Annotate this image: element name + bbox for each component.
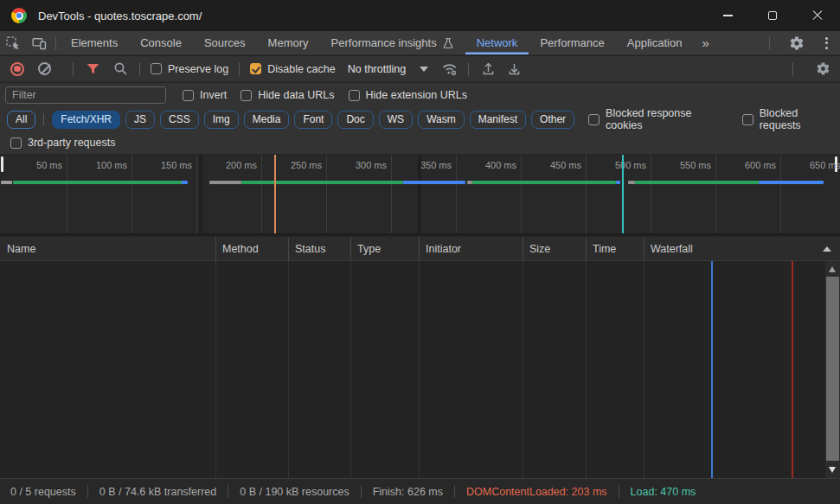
- header-column-separator[interactable]: [215, 237, 216, 260]
- tab-application[interactable]: Application: [616, 31, 694, 54]
- tab-elements[interactable]: Elements: [60, 31, 129, 54]
- tabbar-right-divider: [769, 36, 770, 50]
- transferred-size: 0 B / 74.6 kB transferred: [99, 486, 217, 498]
- body-column-separator: [586, 261, 587, 478]
- scroll-up-arrow[interactable]: [829, 266, 836, 272]
- maximize-button[interactable]: [750, 0, 795, 31]
- header-column-separator[interactable]: [586, 237, 587, 260]
- timeline-tick-label: 50 ms: [6, 160, 62, 170]
- throttling-select[interactable]: No throttling: [348, 63, 428, 75]
- network-conditions-button[interactable]: [440, 61, 458, 78]
- tab-console[interactable]: Console: [129, 31, 193, 54]
- devtools-tabbar: Elements Console Sources Memory Performa…: [0, 31, 840, 55]
- filter-row: Invert Hide data URLs Hide extension URL…: [0, 83, 840, 107]
- body-column-separator: [288, 261, 289, 478]
- chip-media[interactable]: Media: [244, 111, 290, 129]
- timeline-tick-label: 200 ms: [201, 160, 257, 170]
- search-button[interactable]: [112, 61, 129, 78]
- device-toolbar-button[interactable]: [26, 31, 52, 54]
- timeline-tick-label: 100 ms: [71, 160, 127, 170]
- close-button[interactable]: [795, 0, 840, 31]
- clear-network-log-button[interactable]: [38, 62, 51, 75]
- timeline-grid-line: [261, 155, 262, 233]
- devtools-settings-button[interactable]: [784, 35, 810, 51]
- header-column-separator[interactable]: [523, 237, 523, 260]
- inspect-element-button[interactable]: [0, 31, 26, 54]
- more-tabs-button[interactable]: »: [693, 31, 718, 54]
- requests-table-body[interactable]: [0, 261, 840, 478]
- chip-fetch-xhr[interactable]: Fetch/XHR: [52, 111, 120, 129]
- gear-icon: [816, 61, 830, 76]
- timeline-request-bar: [616, 181, 620, 184]
- header-column-separator[interactable]: [288, 237, 289, 260]
- scroll-down-arrow[interactable]: [829, 467, 836, 473]
- chip-all[interactable]: All: [7, 111, 35, 129]
- chip-js[interactable]: JS: [125, 111, 155, 129]
- chip-other[interactable]: Other: [531, 111, 574, 129]
- blocked-requests-checkbox[interactable]: Blocked requests: [742, 107, 840, 131]
- search-icon: [113, 61, 128, 76]
- hide-data-urls-checkbox[interactable]: Hide data URLs: [240, 89, 334, 101]
- tab-memory[interactable]: Memory: [257, 31, 320, 54]
- chip-css[interactable]: CSS: [160, 111, 199, 129]
- chevron-down-icon: [420, 67, 428, 72]
- gear-icon: [789, 35, 805, 51]
- filter-toggle-button[interactable]: [84, 61, 101, 78]
- preserve-log-checkbox[interactable]: Preserve log: [151, 63, 228, 75]
- disable-cache-checkbox[interactable]: Disable cache: [250, 63, 336, 75]
- overview-left-handle[interactable]: [1, 156, 3, 172]
- funnel-icon: [86, 61, 100, 76]
- vertical-scrollbar[interactable]: [825, 261, 840, 478]
- network-overview-timeline[interactable]: 50 ms100 ms150 ms200 ms250 ms300 ms350 m…: [0, 155, 840, 235]
- load-time: Load: 470 ms: [631, 486, 696, 498]
- column-header-method[interactable]: Method: [222, 243, 259, 255]
- export-har-button[interactable]: [505, 61, 523, 78]
- timeline-request-bar: [209, 181, 241, 184]
- requests-count: 0 / 5 requests: [10, 486, 76, 498]
- chip-wasm[interactable]: Wasm: [418, 111, 465, 129]
- invert-checkbox[interactable]: Invert: [183, 89, 227, 101]
- chip-doc[interactable]: Doc: [337, 111, 373, 129]
- column-header-size[interactable]: Size: [529, 243, 550, 255]
- column-header-time[interactable]: Time: [593, 243, 616, 255]
- network-settings-button[interactable]: [814, 61, 831, 78]
- chrome-logo-icon: [11, 8, 27, 23]
- tab-performance-insights[interactable]: Performance insights: [320, 31, 465, 54]
- header-column-separator[interactable]: [350, 237, 351, 260]
- body-column-separator: [644, 261, 644, 478]
- chip-ws[interactable]: WS: [379, 111, 413, 129]
- chip-img[interactable]: Img: [204, 111, 239, 129]
- hide-extension-urls-checkbox[interactable]: Hide extension URLs: [349, 89, 467, 101]
- column-header-initiator[interactable]: Initiator: [426, 243, 461, 255]
- tab-sources[interactable]: Sources: [193, 31, 257, 54]
- import-har-button[interactable]: [479, 61, 497, 78]
- device-toolbar-icon: [31, 35, 48, 51]
- devtools-menu-button[interactable]: [820, 37, 833, 49]
- filter-input[interactable]: [5, 86, 166, 104]
- tab-performance[interactable]: Performance: [529, 31, 615, 54]
- window-titlebar: DevTools - quotes.toscrape.com/: [0, 0, 840, 31]
- third-party-requests-checkbox[interactable]: 3rd-party requests: [10, 137, 115, 149]
- timeline-grid-line: [196, 155, 197, 233]
- timeline-tick-label: 500 ms: [590, 160, 646, 170]
- column-header-status[interactable]: Status: [295, 243, 325, 255]
- column-header-waterfall[interactable]: Waterfall: [651, 243, 693, 255]
- network-conditions-icon: [441, 61, 458, 77]
- record-network-log-button[interactable]: [10, 62, 24, 76]
- tab-network[interactable]: Network: [465, 31, 529, 54]
- minimize-button[interactable]: [705, 0, 750, 31]
- column-header-name[interactable]: Name: [7, 243, 35, 255]
- header-column-separator[interactable]: [419, 237, 420, 260]
- body-column-separator: [523, 261, 523, 478]
- chip-manifest[interactable]: Manifest: [470, 111, 526, 129]
- scrollbar-thumb[interactable]: [826, 277, 839, 461]
- timeline-request-bar: [13, 181, 183, 184]
- header-column-separator[interactable]: [644, 237, 644, 260]
- network-status-bar: 0 / 5 requests 0 B / 74.6 kB transferred…: [0, 478, 840, 504]
- chip-font[interactable]: Font: [294, 111, 332, 129]
- body-column-separator: [215, 261, 216, 478]
- domcontentloaded-line: [711, 261, 713, 478]
- timeline-grid-line: [780, 155, 781, 233]
- column-header-type[interactable]: Type: [357, 243, 381, 255]
- blocked-response-cookies-checkbox[interactable]: Blocked response cookies: [588, 107, 728, 131]
